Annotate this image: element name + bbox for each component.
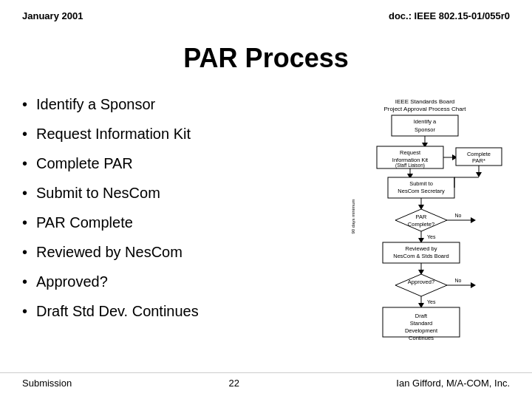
svg-text:Sponsor: Sponsor	[415, 126, 435, 133]
slide: January 2001 doc.: IEEE 802.15-01/055r0 …	[0, 0, 532, 399]
svg-marker-45	[471, 282, 476, 288]
svg-text:Standard: Standard	[410, 320, 432, 327]
svg-text:Request: Request	[400, 149, 421, 156]
diagram-area: IEEE Standards Board Project Approval Pr…	[340, 95, 510, 346]
bullet-text: Submit to NesCom	[36, 183, 160, 202]
footer-submission: Submission	[22, 378, 72, 389]
page-title: PAR Process	[22, 43, 510, 74]
bullet-icon: •	[22, 124, 27, 143]
bullet-icon: •	[22, 95, 27, 114]
header-doc: doc.: IEEE 802.15-01/055r0	[389, 10, 510, 21]
header-date: January 2001	[22, 10, 83, 21]
svg-text:(Staff Liaison): (Staff Liaison)	[395, 163, 425, 168]
svg-text:Yes: Yes	[427, 234, 436, 239]
list-item: •Request Information Kit	[22, 124, 325, 143]
svg-marker-28	[395, 209, 447, 231]
svg-text:No: No	[455, 278, 462, 283]
list-item: •Approved?	[22, 272, 325, 291]
svg-text:Yes: Yes	[427, 299, 436, 304]
list-item: •Submit to NesCom	[22, 183, 325, 202]
svg-marker-42	[395, 274, 447, 296]
svg-text:PAR: PAR	[416, 214, 427, 220]
content-area: •Identify a Sponsor•Request Information …	[22, 95, 510, 346]
svg-text:Complete: Complete	[467, 151, 491, 157]
svg-marker-19	[476, 172, 482, 177]
svg-text:Project Approval Process Chart: Project Approval Process Chart	[383, 106, 466, 112]
bullet-list: •Identify a Sponsor•Request Information …	[22, 95, 340, 331]
footer-page-number: 22	[229, 378, 239, 389]
bullet-icon: •	[22, 213, 27, 232]
bullet-icon: •	[22, 301, 27, 321]
svg-text:PAR*: PAR*	[472, 157, 485, 164]
svg-text:Submit to: Submit to	[409, 180, 433, 187]
svg-text:Continues: Continues	[409, 335, 434, 341]
list-item: •Reviewed by NesCom	[22, 242, 325, 262]
svg-text:NesCom Secretary: NesCom Secretary	[398, 188, 445, 194]
bullet-text: Request Information Kit	[36, 124, 191, 143]
svg-text:No: No	[455, 213, 462, 218]
svg-text:IEEE Standards Board: IEEE Standards Board	[395, 98, 455, 105]
list-item: •Complete PAR	[22, 154, 325, 173]
svg-text:Identify a: Identify a	[414, 118, 437, 125]
svg-text:Reviewed by: Reviewed by	[406, 245, 437, 252]
footer: Submission 22 Ian Gifford, M/A-COM, Inc.	[0, 372, 532, 389]
svg-text:Draft: Draft	[415, 313, 428, 319]
list-item: •Draft Std Dev. Continues	[22, 301, 325, 321]
svg-text:Approved?: Approved?	[408, 279, 434, 285]
bullet-text: Approved?	[36, 272, 108, 291]
footer-author: Ian Gifford, M/A-COM, Inc.	[396, 378, 510, 389]
bullet-icon: •	[22, 154, 27, 173]
bullet-text: Draft Std Dev. Continues	[36, 301, 199, 321]
svg-text:NesCom & Stds Board: NesCom & Stds Board	[393, 253, 449, 259]
bullet-text: Complete PAR	[36, 154, 133, 173]
bullet-icon: •	[22, 242, 27, 262]
bullet-icon: •	[22, 272, 27, 291]
list-item: •PAR Complete	[22, 213, 325, 232]
bullet-text: Identify a Sponsor	[36, 95, 155, 114]
bullet-text: PAR Complete	[36, 213, 133, 232]
bullet-text: Reviewed by NesCom	[36, 242, 183, 262]
bullet-icon: •	[22, 183, 27, 202]
svg-text:Complete?: Complete?	[408, 221, 434, 228]
svg-text:90 days minimum: 90 days minimum	[351, 199, 355, 233]
list-item: •Identify a Sponsor	[22, 95, 325, 114]
svg-text:Development: Development	[405, 327, 438, 334]
svg-marker-32	[471, 217, 476, 223]
